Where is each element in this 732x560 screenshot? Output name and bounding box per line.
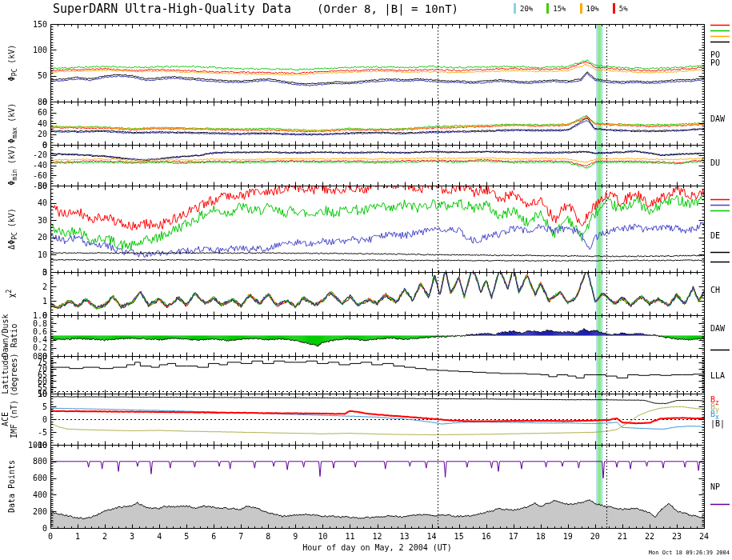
legend-label-5pct: 5%	[619, 5, 628, 13]
plot-canvas	[0, 0, 732, 560]
page-subtitle: (Order 8, |B| = 10nT)	[317, 2, 458, 15]
legend-label-10pct: 10%	[586, 5, 599, 13]
generation-timestamp: Mon Oct 18 09:26:39 2004	[649, 550, 730, 556]
legend-swatch-15pct-icon	[546, 3, 549, 14]
legend-swatch-10pct-icon	[580, 3, 582, 14]
legend-item-5pct: 5%	[613, 3, 628, 14]
page-title: SuperDARN Ultra-High-Quality Data	[53, 2, 291, 16]
threshold-legend: 20% 15% 10% 5%	[514, 3, 628, 14]
superdarn-uhq-plot: SuperDARN Ultra-High-Quality Data (Order…	[0, 0, 732, 560]
legend-swatch-5pct-icon	[613, 3, 615, 14]
legend-label-15pct: 15%	[553, 5, 566, 13]
legend-item-20pct: 20%	[514, 3, 533, 14]
legend-label-20pct: 20%	[520, 5, 533, 13]
legend-swatch-20pct-icon	[514, 3, 516, 14]
legend-item-15pct: 15%	[546, 3, 566, 14]
legend-item-10pct: 10%	[580, 3, 599, 14]
